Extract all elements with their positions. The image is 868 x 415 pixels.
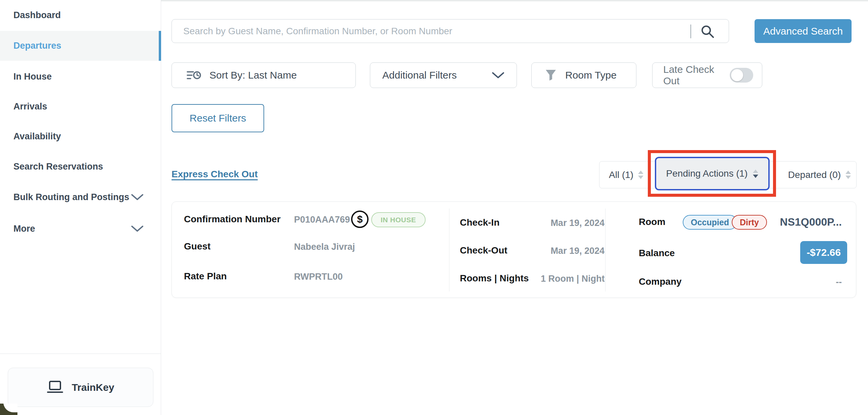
check-in-label: Check-In [460,217,499,228]
guest-label: Guest [184,241,211,252]
sidebar-item-label: More [13,224,35,234]
express-check-out-link[interactable]: Express Check Out [172,169,258,180]
chevron-down-icon [131,194,144,201]
tab-all-label: All (1) [609,170,633,180]
window-corner-artifact [0,404,18,415]
rate-plan-value: RWPRTL00 [294,272,343,282]
room-type-label: Room Type [565,69,617,81]
dollar-glyph: $ [357,213,363,225]
sort-clock-icon [187,68,202,82]
sidebar-item-label: Search Reservations [13,161,103,172]
toggle-knob [731,69,743,81]
dirty-badge-label: Dirty [740,217,759,227]
sidebar-item-more[interactable]: More [0,213,161,244]
additional-filters-label: Additional Filters [382,69,457,81]
reservation-card: Confirmation Number P010AAA769 $ IN HOUS… [172,202,856,298]
sidebar-item-bulk-routing[interactable]: Bulk Routing and Postings [0,182,161,212]
room-label: Room [639,216,665,227]
additional-filters-dropdown[interactable]: Additional Filters [370,62,517,88]
sidebar-divider [0,354,161,354]
check-in-value: Mar 19, 2024 [544,218,604,228]
sort-arrows-icon [753,170,758,178]
trainkey-label: TrainKey [72,382,115,393]
check-out-label: Check-Out [460,245,507,256]
tab-all[interactable]: All (1) [609,161,644,188]
company-value: -- [836,277,842,288]
guest-value: Nabeela Jivraj [294,242,355,252]
late-check-out-filter: Late Check Out [652,62,762,88]
check-out-value: Mar 19, 2024 [544,246,604,256]
room-number-value: NS1Q000P... [780,216,842,228]
top-border-strip [161,0,868,1]
sidebar-item-label: Availability [13,131,61,141]
chevron-down-icon [131,225,144,232]
sidebar-item-search-reservations[interactable]: Search Reservations [0,151,161,182]
tab-pending-actions[interactable]: Pending Actions (1) [655,157,770,190]
sidebar: Dashboard Departures In House Arrivals A… [0,0,161,415]
confirmation-number-value: P010AAA769 [294,214,350,225]
card-column-divider [605,208,606,291]
company-label: Company [639,276,682,287]
sort-arrows-icon [845,171,851,179]
sort-by-button[interactable]: Sort By: Last Name [172,62,356,88]
rate-plan-label: Rate Plan [184,271,227,282]
sidebar-item-availability[interactable]: Availability [0,121,161,151]
sidebar-item-in-house[interactable]: In House [0,61,161,92]
room-dirty-badge: Dirty [732,215,767,230]
search-icon[interactable] [701,25,715,39]
balance-amount-badge: -$72.66 [800,241,847,264]
sidebar-item-label: Arrivals [13,101,47,112]
card-column-divider [449,208,450,291]
sidebar-item-departures[interactable]: Departures [0,31,161,61]
funnel-icon [545,69,557,81]
occupied-badge-label: Occupied [691,217,729,227]
room-occupied-badge: Occupied [683,215,737,230]
advanced-search-button[interactable]: Advanced Search [754,19,851,43]
rooms-nights-label: Rooms | Nights [460,273,529,284]
room-type-filter-button[interactable]: Room Type [531,62,637,88]
search-divider [690,25,691,38]
chevron-down-icon [492,71,504,79]
late-check-out-toggle[interactable] [730,68,753,83]
sidebar-item-label: Bulk Routing and Postings [13,192,129,202]
in-house-status-badge: IN HOUSE [371,212,426,227]
reset-filters-button[interactable]: Reset Filters [172,104,264,132]
laptop-icon [47,381,63,394]
balance-value: -$72.66 [807,247,841,258]
departures-page: Dashboard Departures In House Arrivals A… [0,0,868,415]
sidebar-item-label: In House [13,71,52,82]
tab-departed-label: Departed (0) [788,170,841,180]
tab-pending-actions-label: Pending Actions (1) [666,168,748,179]
sort-arrows-icon [638,171,644,179]
late-check-out-label: Late Check Out [663,64,730,87]
in-house-badge-label: IN HOUSE [381,216,416,224]
sidebar-item-label: Dashboard [13,10,61,20]
search-input[interactable] [172,20,729,42]
sort-by-label: Sort By: Last Name [210,69,297,81]
rooms-nights-value: 1 Room | Night [541,274,604,284]
balance-label: Balance [639,248,675,259]
tab-departed[interactable]: Departed (0) [788,161,851,188]
confirmation-number-label: Confirmation Number [184,214,281,225]
sidebar-item-dashboard[interactable]: Dashboard [0,0,161,30]
sidebar-item-label: Departures [13,41,61,51]
sidebar-item-arrivals[interactable]: Arrivals [0,91,161,122]
search-bar [172,19,729,43]
trainkey-button[interactable]: TrainKey [8,368,153,407]
dollar-circle-icon: $ [351,210,369,228]
